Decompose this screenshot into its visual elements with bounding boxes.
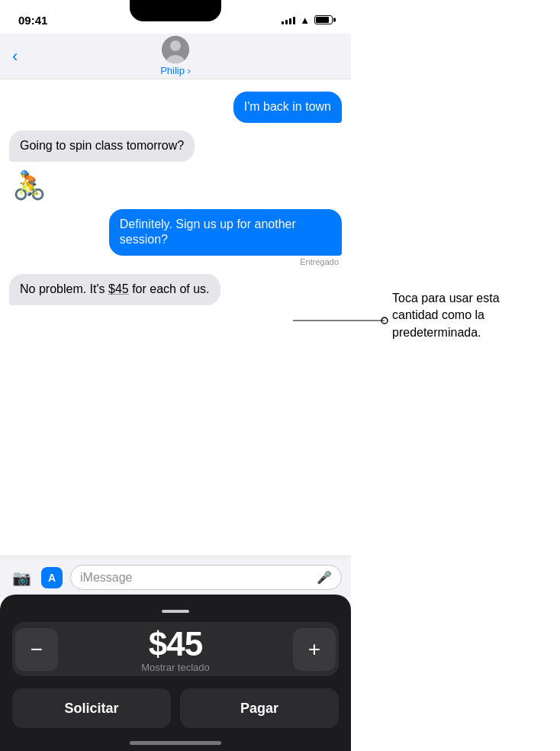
message-emoji: 🚴 — [12, 169, 47, 201]
phone-screen: 09:41 ▲ ‹ — [0, 0, 351, 751]
status-time: 09:41 — [18, 14, 47, 27]
back-button[interactable]: ‹ — [12, 47, 18, 66]
signal-bars-icon — [282, 15, 295, 24]
svg-point-1 — [170, 40, 181, 51]
amount-row: − $45 Mostrar teclado + — [12, 622, 339, 676]
wifi-icon: ▲ — [300, 15, 310, 26]
increase-button[interactable]: + — [293, 628, 336, 671]
message-bubble-4[interactable]: Definitely. Sign us up for another sessi… — [109, 209, 342, 256]
action-row: Solicitar Pagar — [12, 688, 339, 728]
amount-sublabel[interactable]: Mostrar teclado — [141, 662, 210, 673]
message-row-1: I'm back in town — [9, 92, 342, 123]
contact-info[interactable]: Philip › — [160, 36, 191, 76]
annotation-area: Toca para usar esta cantidad como la pre… — [392, 290, 545, 341]
message-input[interactable]: iMessage 🎤 — [70, 565, 342, 590]
message-row-3: 🚴 — [9, 169, 342, 201]
apps-button[interactable]: A — [40, 566, 64, 590]
status-icons: ▲ — [282, 15, 333, 26]
nav-header: ‹ Philip › — [0, 34, 351, 79]
message-text-5: No problem. It's $45 for each of us. — [20, 282, 210, 295]
signal-bar-3 — [289, 18, 291, 24]
message-bubble-5[interactable]: No problem. It's $45 for each of us. — [9, 274, 220, 305]
camera-icon: 📷 — [12, 569, 31, 587]
battery-fill — [316, 17, 329, 23]
battery-icon — [314, 15, 333, 24]
pay-button[interactable]: Pagar — [180, 688, 339, 728]
home-indicator — [130, 741, 221, 745]
signal-bar-1 — [282, 21, 284, 24]
message-bubble-1[interactable]: I'm back in town — [233, 92, 342, 123]
message-text-4: Definitely. Sign us up for another sessi… — [120, 218, 296, 247]
request-button[interactable]: Solicitar — [12, 688, 171, 728]
message-text-1: I'm back in town — [244, 100, 331, 113]
contact-name[interactable]: Philip › — [160, 65, 191, 76]
message-text-2: Going to spin class tomorrow? — [20, 139, 184, 152]
amount-highlight[interactable]: $45 — [108, 282, 129, 295]
apps-icon: A — [41, 567, 63, 588]
input-placeholder: iMessage — [80, 571, 132, 585]
delivered-label: Entregado — [300, 257, 342, 266]
mic-icon[interactable]: 🎤 — [317, 570, 332, 585]
signal-bar-2 — [285, 20, 288, 24]
decrease-button[interactable]: − — [15, 628, 58, 671]
swipe-handle — [162, 610, 189, 613]
avatar-svg — [162, 36, 189, 63]
input-bar: 📷 A iMessage 🎤 — [0, 556, 351, 598]
avatar-image — [162, 36, 189, 63]
annotation-arrow — [285, 275, 392, 366]
amount-value: $45 — [149, 625, 202, 663]
signal-bar-4 — [293, 17, 295, 24]
camera-button[interactable]: 📷 — [9, 566, 34, 590]
notch — [130, 0, 221, 21]
message-row-2: Going to spin class tomorrow? — [9, 131, 342, 162]
avatar — [162, 36, 189, 63]
payment-panel: − $45 Mostrar teclado + Solicitar Pagar — [0, 595, 351, 751]
amount-center: $45 Mostrar teclado — [58, 625, 293, 673]
message-row-4: Definitely. Sign us up for another sessi… — [9, 209, 342, 267]
annotation-text: Toca para usar esta cantidad como la pre… — [392, 290, 545, 341]
message-bubble-2[interactable]: Going to spin class tomorrow? — [9, 131, 195, 162]
